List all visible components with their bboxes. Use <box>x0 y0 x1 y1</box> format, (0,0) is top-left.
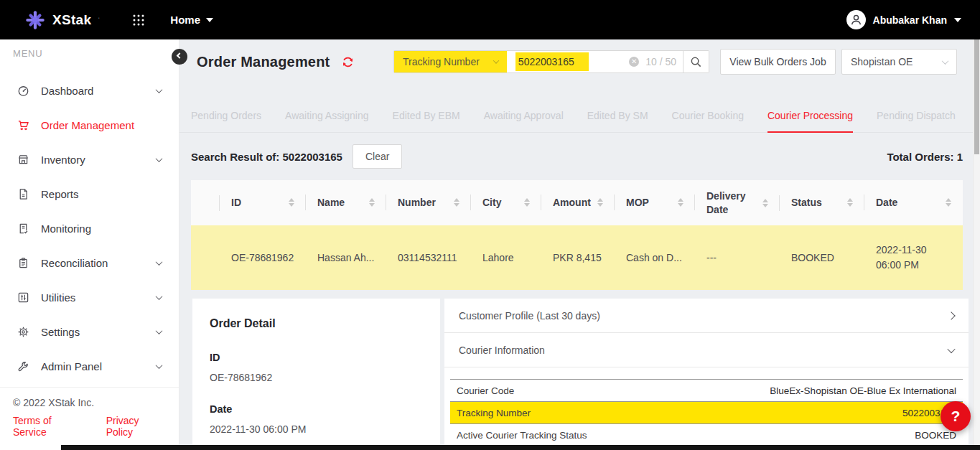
chevron-down-icon <box>954 18 961 22</box>
sidebar: MENU Dashboard Order Management Inven <box>0 39 179 450</box>
vertical-scrollbar[interactable] <box>973 39 980 450</box>
page-title: Order Management <box>197 54 330 70</box>
tracking-number-label: Tracking Number <box>457 408 531 418</box>
sort-icon[interactable] <box>454 198 459 207</box>
sort-icon[interactable] <box>369 198 375 207</box>
tab-edited-by-sm[interactable]: Edited By SM <box>587 101 648 132</box>
sort-icon[interactable] <box>678 198 683 207</box>
table-header-spacer <box>191 180 220 225</box>
column-header-mop: MOP <box>626 196 649 210</box>
sidebar-item-utilities[interactable]: Utilities <box>0 280 179 314</box>
sidebar-item-settings[interactable]: Settings <box>0 314 179 349</box>
tab-awaiting-approval[interactable]: Awaiting Approval <box>484 101 564 132</box>
courier-code-value: BlueEx-Shopistan OE-Blue Ex Internationa… <box>770 385 956 396</box>
apps-grid-icon[interactable] <box>131 13 146 27</box>
active-tracking-status-row: Active Courier Tracking Status BOOKED <box>450 424 963 446</box>
sidebar-item-monitoring[interactable]: Monitoring <box>0 211 179 245</box>
sidebar-item-inventory[interactable]: Inventory <box>0 142 179 177</box>
customer-profile-label: Customer Profile (Last 30 days) <box>459 310 600 322</box>
cell-date: 2022-11-30 06:00 PM <box>864 243 963 273</box>
dashboard-icon <box>17 85 30 97</box>
view-bulk-orders-job-button[interactable]: View Bulk Orders Job <box>720 49 836 75</box>
tab-courier-booking[interactable]: Courier Booking <box>672 101 744 132</box>
sort-icon[interactable] <box>946 198 951 207</box>
chevron-down-icon <box>156 155 163 162</box>
tab-pending-orders[interactable]: Pending Orders <box>191 101 261 132</box>
refresh-icon[interactable] <box>341 55 355 69</box>
brand-trademark: ˈ <box>98 17 100 24</box>
tab-courier-processing[interactable]: Courier Processing <box>767 101 853 132</box>
search-icon <box>690 56 702 68</box>
column-header-id: ID <box>231 196 241 210</box>
tab-edited-by-ebm[interactable]: Edited By EBM <box>393 101 460 132</box>
cell-number: 03114532111 <box>386 250 471 266</box>
char-counter: 10 / 50 <box>645 56 676 67</box>
table-row[interactable]: OE-78681962 Hassan Ah... 03114532111 Lah… <box>191 225 963 290</box>
page-header: Order Management Tracking Number 5022003… <box>179 39 980 84</box>
store-select[interactable]: Shopistan OE <box>841 49 957 75</box>
search-filter-select[interactable]: Tracking Number <box>394 51 507 72</box>
help-button[interactable]: ? <box>941 401 971 431</box>
accordion-courier-information[interactable]: Courier Information <box>444 333 969 367</box>
wrench-icon <box>17 360 30 372</box>
chevron-down-icon <box>156 293 163 300</box>
accordion-customer-profile[interactable]: Customer Profile (Last 30 days) <box>444 299 969 333</box>
sort-icon[interactable] <box>847 198 853 207</box>
sidebar-item-dashboard[interactable]: Dashboard <box>0 73 179 108</box>
table-header-row: ID Name Number City Amount MOP Delivery … <box>191 180 963 225</box>
back-button[interactable] <box>172 49 187 65</box>
courier-code-row: Courier Code BlueEx-Shopistan OE-Blue Ex… <box>450 380 963 402</box>
search-button[interactable] <box>683 51 709 72</box>
sort-icon[interactable] <box>762 199 768 207</box>
chevron-down-icon <box>156 86 163 93</box>
brand-logo[interactable]: XStakˈ <box>24 9 100 31</box>
person-icon <box>849 13 863 27</box>
menu-label: MENU <box>13 48 179 59</box>
sort-icon[interactable] <box>289 198 294 207</box>
tab-awaiting-assigning[interactable]: Awaiting Assigning <box>285 101 368 132</box>
sort-icon[interactable] <box>524 198 530 207</box>
column-header-delivery-date: Delivery Date <box>706 189 750 217</box>
field-value-date: 2022-11-30 06:00 PM <box>210 423 423 435</box>
store-icon <box>17 154 30 166</box>
sliders-icon <box>17 291 30 304</box>
order-detail-card: Order Detail ID OE-78681962 Date 2022-11… <box>192 299 440 450</box>
sidebar-item-order-management[interactable]: Order Management <box>0 108 179 142</box>
sidebar-item-reconciliation[interactable]: Reconciliation <box>0 245 179 280</box>
chevron-down-icon <box>156 258 163 266</box>
clear-search-button[interactable]: Clear <box>353 144 402 169</box>
vertical-scrollbar-thumb[interactable] <box>974 39 979 154</box>
chevron-down-icon <box>942 57 949 65</box>
search-results-bar: Search Result of: 5022003165 Clear Total… <box>179 144 980 169</box>
chevron-right-icon <box>947 311 955 319</box>
sidebar-footer: © 2022 XStak Inc. Terms of Service Priva… <box>0 387 179 445</box>
active-tracking-status-value: BOOKED <box>915 430 956 441</box>
avatar <box>846 10 866 29</box>
terms-of-service-link[interactable]: Terms of Service <box>13 415 85 438</box>
field-label-date: Date <box>210 403 423 415</box>
courier-info-card: Customer Profile (Last 30 days) Courier … <box>444 299 969 450</box>
search-filter-value: Tracking Number <box>403 56 480 67</box>
cell-amount: PKR 8,415 <box>541 250 615 266</box>
gear-icon <box>17 326 30 338</box>
search-input[interactable]: 5022003165 ✕ 10 / 50 <box>507 51 683 72</box>
cart-icon <box>17 119 30 131</box>
chevron-down-icon <box>493 57 499 63</box>
sidebar-item-admin-panel[interactable]: Admin Panel <box>0 349 179 383</box>
sidebar-item-reports[interactable]: Reports <box>0 177 179 211</box>
main-content: Order Management Tracking Number 5022003… <box>179 39 980 450</box>
horizontal-scrollbar-thumb[interactable] <box>61 445 980 450</box>
nav-home[interactable]: Home <box>170 14 213 26</box>
user-name: Abubakar Khan <box>873 14 947 26</box>
field-value-id: OE-78681962 <box>210 372 423 383</box>
sort-icon[interactable] <box>597 198 603 207</box>
privacy-policy-link[interactable]: Privacy Policy <box>106 415 166 438</box>
tab-pending-dispatch[interactable]: Pending Dispatch <box>877 101 956 132</box>
sidebar-nav: Dashboard Order Management Inventory <box>0 73 179 383</box>
column-header-status: Status <box>791 196 822 210</box>
app-window: XStakˈ Home Abubakar Khan <box>0 0 980 450</box>
orders-table: ID Name Number City Amount MOP Delivery … <box>191 180 963 290</box>
clear-input-icon[interactable]: ✕ <box>629 57 639 67</box>
user-menu[interactable]: Abubakar Khan <box>846 10 961 29</box>
order-search-bar: Tracking Number 5022003165 ✕ 10 / 50 <box>393 50 709 73</box>
